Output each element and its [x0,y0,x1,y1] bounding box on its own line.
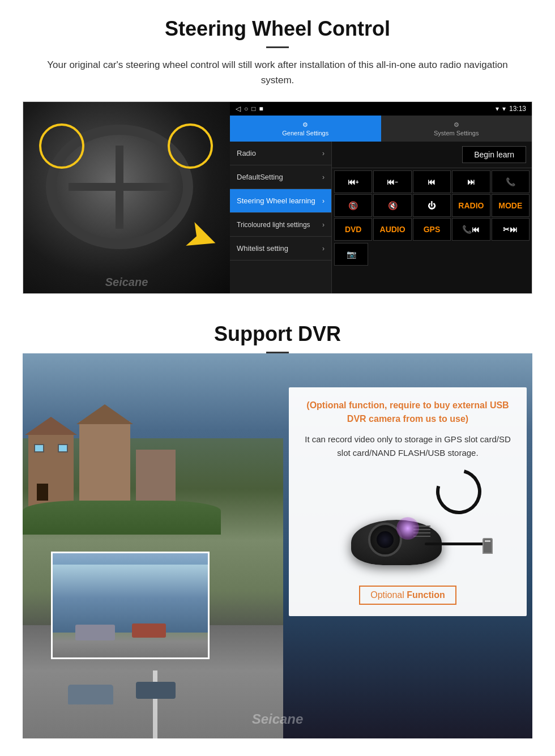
android-status-bar: ◁ ○ □ ■ ▾ ▾ 13:13 [230,102,532,116]
tab-general-settings[interactable]: ⚙ General Settings [230,116,381,142]
menu-item-steering-wheel[interactable]: Steering Wheel learning › [230,189,331,213]
menu-radio-label: Radio [237,149,256,157]
menu-item-whitelist[interactable]: Whitelist setting › [230,237,331,260]
steering-photo: ➤ Seicane [23,102,230,294]
building-1 [28,433,74,506]
ctrl-screen[interactable]: 📷 [334,243,368,266]
ctrl-dvd[interactable]: DVD [334,218,372,241]
dvr-section: Support DVR [0,305,555,750]
title-divider [266,46,289,48]
steering-wheel-background: ➤ Seicane [23,102,230,294]
android-content: Radio › DefaultSetting › Steering Wheel … [230,142,532,293]
car-1 [68,685,113,704]
usb-pin [485,540,490,542]
wifi-icon: ▾ [502,105,506,113]
ctrl-phone[interactable]: 📞 [492,170,530,193]
menu-tricoloured-label: Tricoloured light settings [237,221,310,229]
chevron-icon: › [322,245,325,253]
car-2 [136,682,176,699]
ctrl-mute[interactable]: 🔇 [373,194,411,217]
steering-title: Steering Wheel Control [23,17,532,41]
thumb-car2 [132,623,166,638]
nav-back-icon: ◁ [236,105,241,113]
ctrl-vol-up[interactable]: ⏮+ [334,170,372,193]
dvr-thumbnail [51,552,210,659]
menu-default-label: DefaultSetting [237,173,283,181]
road-marking [153,670,157,738]
ctrl-phone-next[interactable]: ✂⏭ [492,218,530,241]
menu-steering-label: Steering Wheel learning [237,197,315,205]
menu-item-radio[interactable]: Radio › [230,142,331,165]
cable-coil [428,461,489,523]
thumb-car1 [75,625,115,640]
nav-home-icon: ○ [244,105,248,113]
nav-recent-icon: □ [251,105,255,113]
steering-composite: ➤ Seicane ◁ ○ □ ■ ▾ ▾ 13:13 ⚙ General S [23,101,532,294]
optional-text: Optional [370,590,404,600]
android-ui-panel: ◁ ○ □ ■ ▾ ▾ 13:13 ⚙ General Settings ⚙ S… [230,102,532,293]
photo-watermark: Seicane [105,276,148,289]
dvr-title: Support DVR [23,322,532,346]
chevron-icon: › [322,197,325,205]
dvr-description: It can record video only to storage in G… [300,433,515,460]
building-2 [79,421,130,506]
roof-1 [25,417,77,435]
highlight-circle-left [39,123,84,169]
ctrl-hang-up[interactable]: 📵 [334,194,372,217]
menu-item-default-setting[interactable]: DefaultSetting › [230,165,331,189]
dvr-composite: (Optional function, require to buy exter… [23,353,532,738]
steering-description: Your original car's steering wheel contr… [45,57,510,88]
spoke-vertical [116,146,123,229]
ctrl-audio[interactable]: AUDIO [373,218,411,241]
tab-system-settings[interactable]: ⚙ System Settings [381,116,532,142]
ctrl-vol-down[interactable]: ⏮− [373,170,411,193]
ctrl-next[interactable]: ⏭ [452,170,490,193]
ctrl-prev[interactable]: ⏮ [413,170,451,193]
control-button-grid: ⏮+ ⏮− ⏮ ⏭ 📞 📵 🔇 ⏻ RADIO MODE DVD AUDIO G… [332,168,532,243]
steering-section: Steering Wheel Control Your original car… [0,0,555,305]
arrow-indicator: ➤ [178,210,225,265]
roof-2 [76,404,133,424]
thumb-sky [53,565,208,633]
gear-icon: ⚙ [302,121,308,129]
begin-learn-button[interactable]: Begin learn [462,146,526,163]
menu-item-tricoloured[interactable]: Tricoloured light settings › [230,213,331,237]
usb-connector [483,538,493,554]
function-text: Function [407,590,445,600]
dvr-camera-illustration [323,469,493,571]
android-control-panel: Begin learn ⏮+ ⏮− ⏮ ⏭ 📞 📵 🔇 ⏻ RADIO MODE… [332,142,532,293]
ctrl-mode[interactable]: MODE [492,194,530,217]
camera-cable [425,543,487,545]
dvr-optional-title: (Optional function, require to buy exter… [300,399,515,426]
dvr-info-card: (Optional function, require to buy exter… [289,387,527,616]
status-time: 13:13 [509,105,526,113]
chevron-icon: › [322,150,325,157]
hedge [23,501,221,535]
ctrl-radio[interactable]: RADIO [452,194,490,217]
ctrl-gps[interactable]: GPS [413,218,451,241]
ctrl-phone-prev[interactable]: 📞⏮ [452,218,490,241]
system-icon: ⚙ [454,121,459,129]
chevron-icon: › [322,221,325,229]
highlight-circle-right [168,123,213,169]
signal-icon: ▾ [496,105,499,113]
window-1 [34,444,44,452]
chevron-icon: › [322,173,325,181]
panel-top-bar: Begin learn [332,142,532,168]
menu-whitelist-label: Whitelist setting [237,244,288,253]
nav-menu-icon: ■ [259,105,263,113]
dvr-watermark: Seicane [252,711,304,727]
door-1 [37,484,48,501]
optional-function-badge: Optional Function [359,586,456,605]
tab-system-label: System Settings [434,130,479,136]
android-tabs[interactable]: ⚙ General Settings ⚙ System Settings [230,116,532,142]
lens-inner [377,531,394,548]
android-menu: Radio › DefaultSetting › Steering Wheel … [230,142,332,293]
window-2 [58,444,68,452]
ctrl-power[interactable]: ⏻ [413,194,451,217]
tab-general-label: General Settings [282,130,328,136]
